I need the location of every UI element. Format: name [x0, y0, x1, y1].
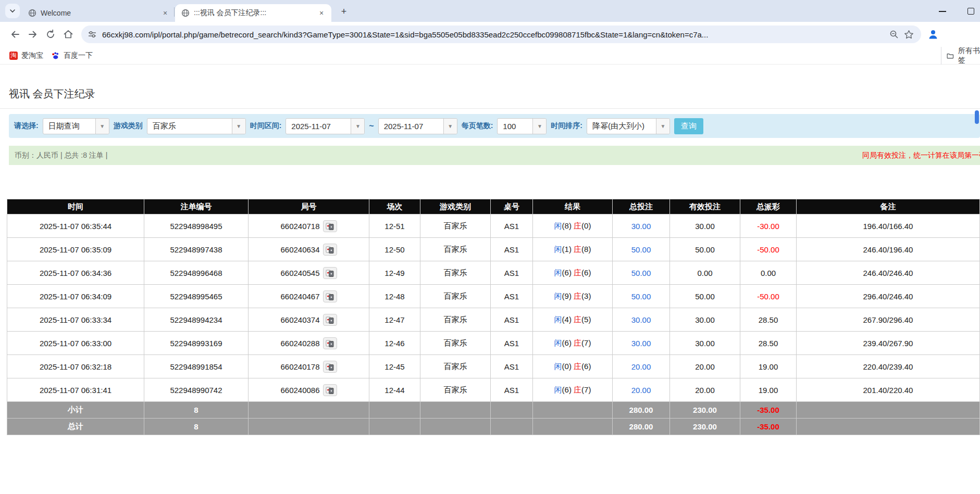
page-size-label: 每页笔数: [462, 121, 493, 131]
chevron-down-icon [9, 8, 16, 14]
zoom-button[interactable] [887, 27, 901, 42]
total-bet-link[interactable]: 30.00 [631, 315, 651, 324]
new-tab-button[interactable]: + [338, 5, 350, 18]
date-from-select[interactable]: 2025-11-07 ▼ [286, 118, 365, 134]
bet-id-cell: 522948991854 [144, 355, 249, 378]
round-id: 660240634 [280, 245, 319, 254]
tab-welcome[interactable]: Welcome × [22, 4, 175, 22]
round-detail-button[interactable] [323, 244, 337, 256]
table-number-cell: AS1 [491, 285, 533, 308]
round-id: 660240467 [280, 292, 319, 301]
column-header: 总投注 [613, 199, 670, 214]
column-header: 场次 [369, 199, 420, 214]
round-detail-button[interactable] [323, 384, 337, 396]
grand-total-row: 总计 8 280.00 230.00 -35.00 [7, 419, 980, 435]
tab-bet-records[interactable]: :::视讯 会员下注纪录::: × [175, 4, 331, 22]
maximize-button[interactable] [966, 7, 975, 15]
url-text[interactable]: 66cxkj98.com/ipl/portal.php/game/betreco… [102, 30, 887, 39]
bookmark-taobao[interactable]: 淘 爱淘宝 [5, 49, 47, 62]
player-result: 闲 [554, 292, 562, 300]
profile-avatar[interactable] [924, 26, 942, 43]
banker-result: (6) [581, 362, 591, 371]
banker-result: (8) [581, 245, 591, 254]
session-cell: 12-49 [369, 261, 420, 285]
player-result: 闲 [554, 362, 562, 371]
result-cell: 闲(4) 庄(5) [533, 308, 613, 332]
total-label: 总计 [7, 419, 144, 435]
filter-bar: 请选择: 日期查询 ▼ 游戏类别 百家乐 ▼ 时间区间: 2025-11-07 … [9, 114, 980, 138]
scrollbar-thumb[interactable] [975, 110, 979, 124]
total-bet-link[interactable]: 50.00 [631, 292, 651, 301]
tab-search-button[interactable] [5, 4, 20, 18]
sort-order-select[interactable]: 降幂(由大到小) ▼ [587, 118, 670, 134]
total-bet-link[interactable]: 30.00 [631, 339, 651, 348]
forward-button[interactable] [24, 26, 42, 43]
total-bet-link[interactable]: 50.00 [631, 269, 651, 277]
table-row: 2025-11-07 06:33:34522948994234660240374… [7, 308, 980, 332]
note-cell: 201.40/220.40 [797, 378, 980, 402]
address-bar[interactable]: 66cxkj98.com/ipl/portal.php/game/betreco… [81, 26, 921, 43]
total-bet-link[interactable]: 20.00 [631, 362, 651, 371]
query-mode-select[interactable]: 日期查询 ▼ [43, 118, 109, 134]
summary-bar: 币别：人民币 | 总共 :8 注单 | 同局有效投注，统一计算在该局第一张注单 [9, 146, 980, 165]
back-button[interactable] [6, 26, 24, 43]
total-bet-cell: 50.00 [613, 285, 670, 308]
tab-divider [174, 7, 175, 17]
round-id-cell: 660240178 [249, 355, 369, 378]
bet-id-cell: 522948997438 [144, 238, 249, 261]
bookmark-star-button[interactable] [901, 27, 916, 42]
tab-close-icon[interactable]: × [317, 8, 326, 18]
subtotal-label: 小计 [7, 402, 144, 419]
session-cell: 12-45 [369, 355, 420, 378]
banker-result: (3) [581, 292, 591, 300]
round-detail-button[interactable] [323, 314, 337, 326]
note-cell: 196.40/166.40 [797, 214, 980, 238]
baidu-paw-icon [52, 52, 60, 60]
game-type-select[interactable]: 百家乐 ▼ [147, 118, 246, 134]
page-size-select[interactable]: 100 ▼ [497, 118, 547, 134]
round-detail-button[interactable] [323, 337, 337, 349]
round-detail-button[interactable] [323, 290, 337, 302]
game-type-cell: 百家乐 [420, 214, 491, 238]
all-bookmarks[interactable]: 所有书签 [941, 47, 980, 65]
total-bet-link[interactable]: 20.00 [631, 386, 651, 395]
date-to-select[interactable]: 2025-11-07 ▼ [378, 118, 457, 134]
total-bet-link[interactable]: 50.00 [631, 245, 651, 254]
table-row: 2025-11-07 06:34:36522948996468660240545… [7, 261, 980, 285]
chevron-down-icon: ▼ [351, 119, 364, 134]
tab-title: :::视讯 会员下注纪录::: [194, 8, 313, 18]
bet-time-cell: 2025-11-07 06:34:09 [7, 285, 144, 308]
round-id: 660240288 [280, 339, 319, 348]
minimize-button[interactable] [938, 7, 947, 15]
player-result: (1) [562, 245, 572, 254]
round-detail-button[interactable] [323, 267, 337, 279]
total-bet-cell: 30.00 [613, 308, 670, 332]
reload-icon [45, 29, 56, 40]
game-type-cell: 百家乐 [420, 378, 491, 402]
column-header: 有效投注 [670, 199, 740, 214]
reload-button[interactable] [42, 26, 59, 43]
banker-result: (5) [581, 315, 591, 324]
total-bet-link[interactable]: 30.00 [631, 222, 651, 231]
tab-close-icon[interactable]: × [160, 8, 170, 18]
valid-bet-cell: 30.00 [670, 214, 740, 238]
all-bookmarks-label: 所有书签 [958, 46, 980, 65]
session-cell: 12-46 [369, 332, 420, 355]
total-payout: -35.00 [740, 419, 797, 435]
total-bet-cell: 20.00 [613, 378, 670, 402]
bookmark-baidu[interactable]: 百度一下 [47, 49, 97, 62]
valid-bet-cell: 50.00 [670, 238, 740, 261]
site-settings-icon[interactable] [88, 30, 97, 39]
player-result: (6) [562, 385, 572, 394]
bet-records-table: 时间注单编号局号场次游戏类别桌号结果总投注有效投注总派彩备注 2025-11-0… [7, 199, 980, 435]
payout-cell: 28.50 [740, 308, 797, 332]
note-cell: 296.40/246.40 [797, 285, 980, 308]
bet-id-cell: 522948995465 [144, 285, 249, 308]
round-detail-button[interactable] [323, 220, 337, 232]
browser-toolbar: 66cxkj98.com/ipl/portal.php/game/betreco… [0, 22, 980, 47]
payout-cell: 19.00 [740, 355, 797, 378]
search-button[interactable]: 查询 [674, 118, 703, 134]
round-detail-button[interactable] [323, 361, 337, 373]
table-row: 2025-11-07 06:34:09522948995465660240467… [7, 285, 980, 308]
home-button[interactable] [59, 26, 77, 43]
